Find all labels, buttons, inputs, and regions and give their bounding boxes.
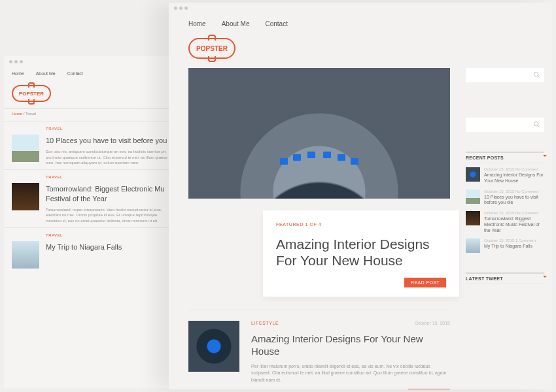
post-category[interactable]: TRAVEL — [46, 233, 173, 237]
post-title[interactable]: Amazing Interior Designs For Your New Ho… — [484, 172, 544, 184]
featured-label: FEATURED 1 OF 4 — [276, 222, 446, 227]
post-title[interactable]: Tomorrowland: Biggest Electronic Music F… — [484, 216, 544, 233]
svg-line-3 — [538, 125, 540, 127]
post-title[interactable]: 10 Places you have to visit before you d… — [484, 195, 544, 206]
list-item[interactable]: TRAVEL 10 Places you have to visit befor… — [4, 121, 181, 169]
post-meta: October 15, 2015 No Comment — [484, 211, 544, 215]
svg-point-2 — [534, 122, 538, 125]
post-title[interactable]: 10 Places you have to visit before you — [46, 136, 173, 145]
hero-image: FEATURED 1 OF 4 Amazing Interior Designs… — [188, 68, 450, 199]
post-thumb — [466, 189, 480, 204]
content-column: FEATURED 1 OF 4 Amazing Interior Designs… — [188, 68, 450, 389]
breadcrumb: Home / Travel — [4, 112, 181, 121]
list-item[interactable]: TRAVEL My Trip to Niagara Falls — [4, 227, 181, 272]
post-thumb — [466, 238, 480, 253]
list-item: LIFESTYLE October 15, 2015 Amazing Inter… — [188, 310, 450, 389]
post-meta: October 15, 2015 No Comment — [484, 189, 544, 193]
post-thumb[interactable] — [188, 321, 239, 372]
list-item[interactable]: TRAVEL Tomorrowland: Biggest Electronic … — [4, 169, 181, 227]
post-thumb — [12, 183, 39, 210]
search-input[interactable] — [466, 118, 544, 132]
post-date: October 15, 2015 — [415, 321, 450, 325]
post-thumb — [466, 211, 480, 225]
window-dots — [4, 56, 181, 67]
search-icon — [533, 121, 540, 128]
brand-logo[interactable]: POPSTER — [12, 85, 51, 102]
featured-card: FEATURED 1 OF 4 Amazing Interior Designs… — [263, 210, 459, 297]
nav-about[interactable]: About Me — [222, 20, 250, 27]
recent-posts-heading: RECENT POSTS — [466, 152, 544, 163]
recent-post-item[interactable]: October 15, 2015 1 CommentMy Trip to Nia… — [466, 238, 544, 253]
post-thumb — [12, 241, 39, 269]
breadcrumb-sep: / — [24, 112, 25, 116]
main-window: Home About Me Contact POPSTER FEATURED 1… — [169, 3, 552, 389]
divider — [4, 108, 181, 109]
recent-post-item[interactable]: October 15, 2015 No Comment10 Places you… — [466, 189, 544, 206]
post-category[interactable]: TRAVEL — [46, 175, 173, 179]
post-title[interactable]: Amazing Interior Designs For Your New Ho… — [251, 333, 450, 358]
latest-tweet-heading: LATEST TWEET — [466, 272, 544, 284]
post-meta: October 15, 2015 No Comment — [484, 167, 544, 171]
search-icon — [533, 71, 540, 78]
read-post-button[interactable]: READ POST — [408, 389, 450, 389]
breadcrumb-current: Travel — [26, 112, 36, 116]
svg-line-1 — [538, 76, 540, 78]
post-title[interactable]: My Trip to Niagara Falls — [46, 242, 173, 252]
nav-home[interactable]: Home — [188, 20, 206, 27]
post-excerpt: Tomorrowland: nuper interpretaris. Vero … — [46, 207, 173, 223]
post-thumb — [466, 167, 480, 182]
svg-point-0 — [534, 72, 538, 76]
post-meta: October 15, 2015 1 Comment — [484, 238, 536, 242]
sidebar: RECENT POSTS October 15, 2015 No Comment… — [466, 68, 544, 389]
nav-contact[interactable]: Contact — [266, 20, 288, 27]
post-category[interactable]: TRAVEL — [46, 127, 173, 131]
nav-about[interactable]: About Me — [36, 71, 56, 76]
dome-graphic — [188, 68, 450, 199]
post-title[interactable]: My Trip to Niagara Falls — [484, 244, 536, 250]
post-title[interactable]: Tomorrowland: Biggest Electronic Mu Fest… — [46, 184, 173, 203]
post-thumb — [12, 135, 39, 162]
recent-post-item[interactable]: October 15, 2015 No CommentTomorrowland:… — [466, 211, 544, 233]
nav-bar: Home About Me Contact — [4, 67, 181, 82]
nav-contact[interactable]: Contact — [67, 71, 83, 76]
brand-logo[interactable]: POPSTER — [188, 38, 235, 59]
nav-home[interactable]: Home — [12, 71, 24, 76]
read-post-button[interactable]: READ POST — [404, 278, 446, 287]
recent-post-item[interactable]: October 15, 2015 No CommentAmazing Inter… — [466, 167, 544, 184]
preview-window: Home About Me Contact POPSTER Home / Tra… — [4, 56, 181, 388]
featured-title[interactable]: Amazing Interior Designs For Your New Ho… — [276, 236, 446, 269]
post-excerpt: Per liber malorum porro, oratio blandit … — [251, 363, 450, 384]
window-dots — [169, 3, 552, 14]
post-excerpt: Eos utro nis, antiquam concludaturque an… — [46, 149, 173, 165]
breadcrumb-home[interactable]: Home — [12, 112, 22, 116]
post-category[interactable]: LIFESTYLE — [251, 321, 279, 325]
nav-bar: Home About Me Contact — [169, 14, 552, 35]
search-input[interactable] — [466, 68, 544, 82]
